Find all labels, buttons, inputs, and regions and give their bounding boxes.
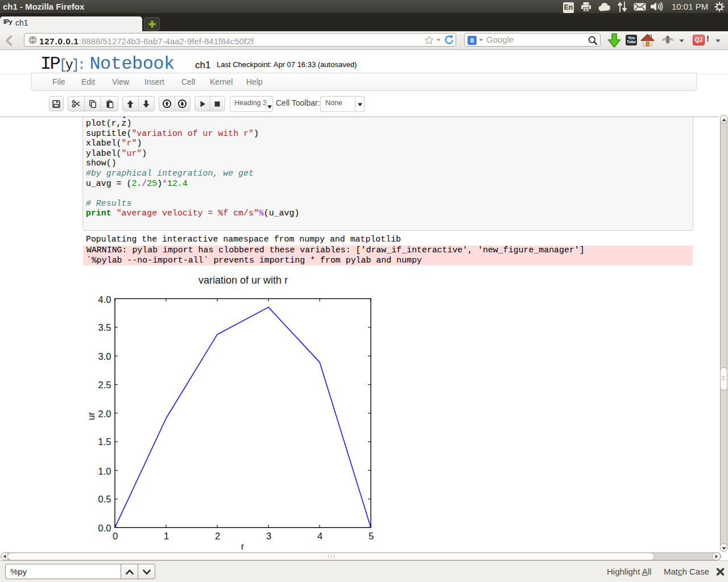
- svg-text:3.0: 3.0: [98, 351, 111, 361]
- svg-text:variation of ur with r: variation of ur with r: [198, 275, 288, 286]
- svg-text:2.0: 2.0: [98, 409, 111, 419]
- svg-text:2: 2: [215, 531, 220, 541]
- svg-text:0: 0: [113, 531, 118, 541]
- svg-text:3: 3: [266, 531, 271, 541]
- svg-text:1.5: 1.5: [98, 436, 111, 447]
- svg-text:2.5: 2.5: [98, 380, 111, 390]
- svg-text:1.0: 1.0: [98, 466, 111, 476]
- svg-text:3.5: 3.5: [98, 322, 111, 332]
- svg-text:0.0: 0.0: [98, 523, 111, 533]
- svg-text:1: 1: [164, 531, 169, 541]
- svg-text:ur: ur: [86, 411, 96, 420]
- svg-text:5: 5: [369, 531, 374, 541]
- svg-text:4.0: 4.0: [98, 294, 111, 305]
- svg-text:4: 4: [317, 531, 322, 541]
- svg-text:r: r: [241, 542, 245, 551]
- svg-text:0.5: 0.5: [98, 494, 111, 504]
